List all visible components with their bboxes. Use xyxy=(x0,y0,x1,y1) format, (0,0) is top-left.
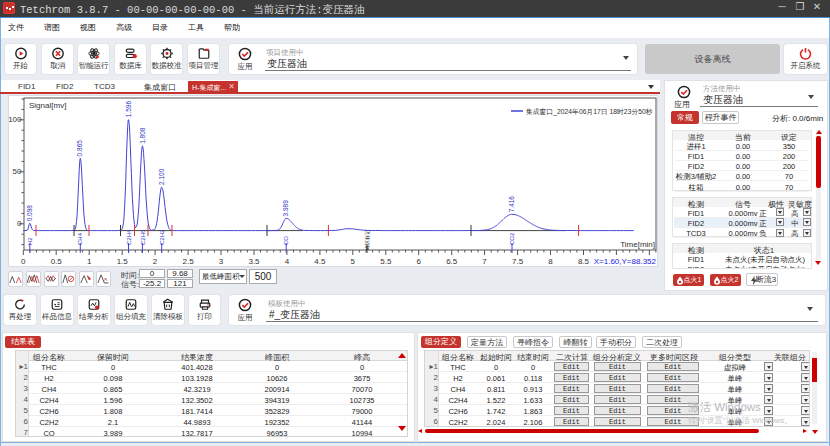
svg-text:7: 7 xyxy=(482,257,487,266)
svg-text:8: 8 xyxy=(548,257,553,266)
svg-text:CH4: CH4 xyxy=(78,232,84,245)
svg-text:4.5: 4.5 xyxy=(314,257,326,266)
svg-text:CO: CO xyxy=(283,236,289,245)
svg-text:5: 5 xyxy=(351,257,356,266)
svg-text:7.5: 7.5 xyxy=(512,257,524,266)
svg-text:100: 100 xyxy=(9,115,22,124)
svg-text:5.5: 5.5 xyxy=(380,257,392,266)
svg-text:50: 50 xyxy=(13,167,22,176)
svg-text:Signal[mv]: Signal[mv] xyxy=(29,101,66,110)
svg-text:X=1.60,Y=88.352: X=1.60,Y=88.352 xyxy=(594,257,657,266)
svg-text:CO2: CO2 xyxy=(509,232,515,245)
svg-text:6: 6 xyxy=(416,257,421,266)
svg-text:8.5: 8.5 xyxy=(578,257,590,266)
svg-text:C2H6: C2H6 xyxy=(140,229,146,245)
svg-text:1.596: 1.596 xyxy=(125,101,132,118)
svg-text:集成窗口_2024年06月17日 18时23分50秒: 集成窗口_2024年06月17日 18时23分50秒 xyxy=(526,108,653,116)
svg-text:2.100: 2.100 xyxy=(158,168,165,185)
svg-text:1.808: 1.808 xyxy=(139,127,146,144)
svg-text:2: 2 xyxy=(153,257,158,266)
svg-text:1: 1 xyxy=(87,257,92,266)
svg-text:3: 3 xyxy=(219,257,224,266)
svg-text:3.5: 3.5 xyxy=(248,257,260,266)
svg-text:Time[min]: Time[min] xyxy=(620,240,655,249)
svg-text:0.865: 0.865 xyxy=(77,140,84,157)
svg-text:0: 0 xyxy=(21,257,26,266)
svg-text:3.989: 3.989 xyxy=(282,200,289,217)
svg-text:4: 4 xyxy=(285,257,290,266)
svg-text:H2: H2 xyxy=(27,237,33,245)
svg-text:2.5: 2.5 xyxy=(183,257,195,266)
svg-text:6.5: 6.5 xyxy=(446,257,458,266)
svg-text:0.098: 0.098 xyxy=(26,205,33,222)
svg-text:0: 0 xyxy=(17,219,22,228)
svg-text:C2H4: C2H4 xyxy=(126,229,132,245)
svg-text:C2H2: C2H2 xyxy=(159,229,165,245)
svg-text:7.416: 7.416 xyxy=(508,196,515,213)
svg-text:0.5: 0.5 xyxy=(51,257,63,266)
svg-text:1.5: 1.5 xyxy=(117,257,129,266)
